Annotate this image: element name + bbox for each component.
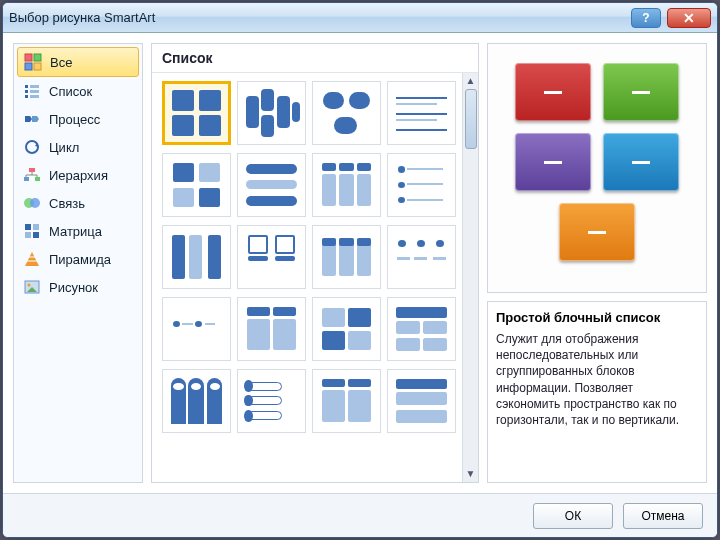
layout-thumb[interactable] [162,153,231,217]
scroll-down-icon[interactable]: ▼ [465,468,477,480]
sidebar-item-list[interactable]: Список [17,77,139,105]
sidebar-item-label: Связь [49,196,85,211]
layout-thumb[interactable] [312,81,381,145]
close-button[interactable]: ✕ [667,8,711,28]
sidebar-item-all[interactable]: Все [17,47,139,77]
sidebar-item-label: Процесс [49,112,100,127]
process-icon [23,110,41,128]
svg-rect-14 [29,168,35,172]
sidebar-item-label: Все [50,55,72,70]
preview-block [603,133,679,191]
svg-rect-23 [25,224,31,230]
svg-rect-6 [25,90,28,93]
title-bar: Выбор рисунка SmartArt ? ✕ [3,3,717,33]
category-sidebar: Все Список Процесс Цикл Иерархия Связь [13,43,143,483]
sidebar-item-label: Иерархия [49,168,108,183]
layout-thumb[interactable] [387,297,456,361]
preview-block [559,203,635,261]
layout-thumb[interactable] [312,153,381,217]
gallery-scrollbar[interactable]: ▲ ▼ [462,73,478,482]
svg-point-22 [30,198,40,208]
svg-rect-5 [30,85,39,88]
layout-thumb[interactable] [387,81,456,145]
picture-icon [23,278,41,296]
sidebar-item-label: Матрица [49,224,102,239]
layout-name: Простой блочный список [496,310,698,325]
window-title: Выбор рисунка SmartArt [9,10,631,25]
svg-rect-1 [34,54,41,61]
layout-thumb[interactable] [162,81,231,145]
svg-rect-2 [25,63,32,70]
layout-gallery [152,73,462,482]
list-icon [23,82,41,100]
svg-rect-7 [30,90,39,93]
sidebar-item-picture[interactable]: Рисунок [17,273,139,301]
description-panel: Простой блочный список Служит для отобра… [487,301,707,483]
sidebar-item-label: Рисунок [49,280,98,295]
pyramid-icon [23,250,41,268]
preview-panel: Простой блочный список Служит для отобра… [487,43,707,483]
sidebar-item-label: Цикл [49,140,79,155]
dialog-window: Выбор рисунка SmartArt ? ✕ Все Список Пр… [2,2,718,538]
preview-block [515,133,591,191]
svg-rect-16 [35,177,40,181]
layout-thumb[interactable] [387,225,456,289]
layout-thumb[interactable] [237,225,306,289]
svg-rect-26 [33,232,39,238]
matrix-icon [23,222,41,240]
gallery-panel: Список [151,43,479,483]
sidebar-item-pyramid[interactable]: Пирамида [17,245,139,273]
layout-description: Служит для отображения непоследовательны… [496,331,698,428]
layout-thumb[interactable] [312,225,381,289]
svg-marker-10 [25,116,32,122]
gallery-heading: Список [152,44,478,73]
layout-thumb[interactable] [237,297,306,361]
svg-rect-8 [25,95,28,98]
preview-block [603,63,679,121]
cancel-button[interactable]: Отмена [623,503,703,529]
layout-thumb[interactable] [162,225,231,289]
svg-rect-4 [25,85,28,88]
layout-thumb[interactable] [162,369,231,433]
svg-rect-15 [24,177,29,181]
sidebar-item-process[interactable]: Процесс [17,105,139,133]
svg-marker-27 [25,252,39,266]
sidebar-item-cycle[interactable]: Цикл [17,133,139,161]
layout-thumb[interactable] [387,369,456,433]
svg-point-31 [28,284,31,287]
svg-rect-3 [34,63,41,70]
svg-rect-9 [30,95,39,98]
layout-thumb[interactable] [387,153,456,217]
layout-thumb[interactable] [237,81,306,145]
scroll-thumb[interactable] [465,89,477,149]
layout-thumb[interactable] [312,369,381,433]
dialog-body: Все Список Процесс Цикл Иерархия Связь [3,33,717,493]
svg-rect-0 [25,54,32,61]
dialog-footer: ОК Отмена [3,493,717,537]
titlebar-buttons: ? ✕ [631,8,711,28]
sidebar-item-hierarchy[interactable]: Иерархия [17,161,139,189]
svg-rect-24 [33,224,39,230]
layout-thumb[interactable] [237,153,306,217]
ok-button[interactable]: ОК [533,503,613,529]
sidebar-item-relationship[interactable]: Связь [17,189,139,217]
all-icon [24,53,42,71]
relationship-icon [23,194,41,212]
layout-preview [487,43,707,293]
svg-point-12 [26,141,38,153]
svg-marker-11 [32,116,39,122]
gallery-wrap: ▲ ▼ [152,73,478,482]
scroll-up-icon[interactable]: ▲ [465,75,477,87]
cycle-icon [23,138,41,156]
hierarchy-icon [23,166,41,184]
preview-block [515,63,591,121]
svg-rect-25 [25,232,31,238]
layout-thumb[interactable] [237,369,306,433]
sidebar-item-label: Список [49,84,92,99]
help-button[interactable]: ? [631,8,661,28]
layout-thumb[interactable] [312,297,381,361]
sidebar-item-matrix[interactable]: Матрица [17,217,139,245]
sidebar-item-label: Пирамида [49,252,111,267]
layout-thumb[interactable] [162,297,231,361]
